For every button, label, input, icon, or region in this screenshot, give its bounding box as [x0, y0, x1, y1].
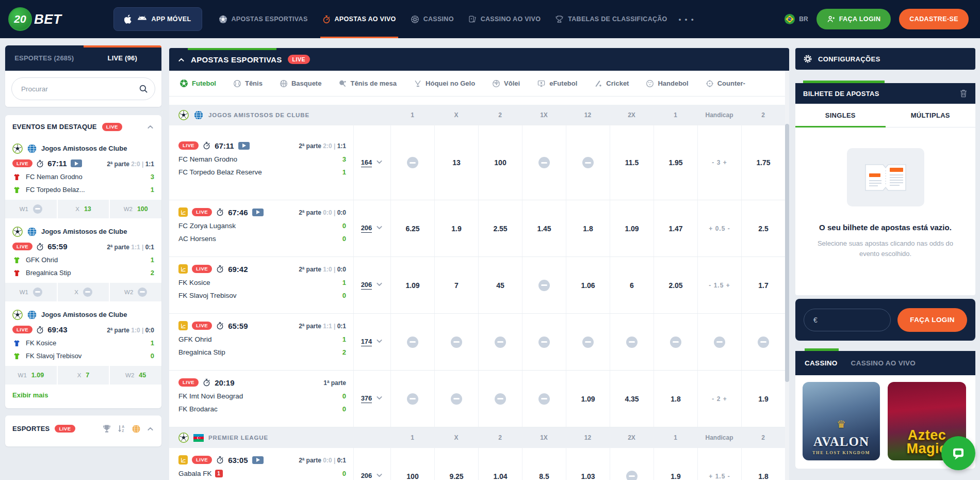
settings-button[interactable]: CONFIGURAÇÕES [795, 48, 975, 70]
tab-singles[interactable]: SINGLES [795, 104, 886, 127]
handicap-line[interactable]: + 0.5 - [709, 225, 730, 232]
nav-item-cassino[interactable]: CASSINO [403, 0, 461, 38]
tab-cassino-ao-vivo[interactable]: CASSINO AO VIVO [851, 359, 916, 367]
nav-item-apostas-esportivas[interactable]: APOSTAS ESPORTIVAS [211, 0, 315, 38]
register-button[interactable]: CADASTRE-SE [899, 9, 969, 29]
sport-tab-futebol[interactable]: Futebol [179, 79, 216, 88]
odds-cell-2[interactable]: 2.55 [478, 200, 522, 257]
odds-cell-handicap[interactable]: - 3 + [697, 125, 741, 200]
odds-cell-handicap[interactable]: - 2 + [697, 371, 741, 427]
odds-cell-1[interactable]: 1.95 [654, 125, 697, 200]
odds-cell-1[interactable]: 1.47 [654, 200, 697, 257]
odds-cell-2[interactable]: 1.8 [741, 448, 785, 480]
markets-count-dropdown[interactable]: 164 [353, 125, 390, 200]
live-chat-button[interactable] [941, 436, 975, 470]
show-more-link[interactable]: Exibir mais [5, 385, 161, 406]
handicap-line[interactable]: + 1.5 - [709, 473, 730, 480]
odds-cell-1[interactable]: 1.09 [390, 257, 434, 313]
stats-icon[interactable] [178, 207, 188, 217]
handicap-line[interactable]: - 3 + [712, 159, 727, 166]
trophy-icon[interactable] [102, 424, 111, 434]
nav-item-tabelas-de-classifica-o[interactable]: TABELAS DE CLASSIFICAÇÃO [548, 0, 674, 38]
markets-count-dropdown[interactable]: 376 [353, 371, 390, 427]
markets-count-dropdown[interactable]: 174 [353, 314, 390, 370]
nav-item-cassino-ao-vivo[interactable]: CASSINO AO VIVO [461, 0, 548, 38]
stats-icon[interactable] [178, 321, 188, 330]
odds-cell-2[interactable]: 45 [478, 257, 522, 313]
tab-cassino[interactable]: CASSINO [805, 359, 838, 367]
odds-cell-x[interactable]: 13 [434, 125, 478, 200]
tab-esportes[interactable]: ESPORTES (2685) [5, 45, 84, 71]
match-info[interactable]: LIVE65:592ª parte 1:1 | 0:1GFK Ohrid1Bre… [169, 314, 353, 370]
match-info[interactable]: LIVE63:052ª parte 0:0 | 0:1Gabala FK10Sa… [169, 448, 353, 480]
odds-cell-2[interactable]: 1.75 [741, 125, 785, 200]
odds-cell-x[interactable]: X13 [58, 200, 109, 218]
search-input[interactable] [11, 77, 155, 100]
odds-cell-1[interactable]: 100 [390, 448, 434, 480]
play-stream-icon[interactable] [71, 159, 82, 167]
odds-cell-x[interactable]: 1.9 [434, 200, 478, 257]
sport-tab-h-quei-no-gelo[interactable]: Hóquei no Gelo [414, 79, 475, 88]
scrollbar-thumb[interactable] [785, 124, 789, 382]
odds-cell-2x[interactable]: 4.35 [610, 371, 654, 427]
sport-tab-counter-[interactable]: Counter- [706, 79, 745, 88]
odds-cell-2[interactable]: 1.9 [741, 371, 785, 427]
odds-cell-12[interactable]: 1.06 [566, 257, 610, 313]
brand-logo[interactable]: 20 BET [8, 7, 62, 31]
play-stream-icon[interactable] [252, 456, 264, 464]
odds-cell-1x[interactable]: 1.45 [522, 200, 566, 257]
app-movel-button[interactable]: APP MÓVEL [113, 7, 202, 31]
betslip-login-button[interactable]: FAÇA LOGIN [897, 308, 967, 332]
match-info[interactable]: LIVE67:112ª parte 2:0 | 1:1FC Neman Grod… [169, 125, 353, 200]
odds-cell-2[interactable]: 100 [478, 125, 522, 200]
odds-cell-12[interactable]: 1.03 [566, 448, 610, 480]
odds-cell-2[interactable]: 1.7 [741, 257, 785, 313]
sort-az-icon[interactable]: AZ [117, 424, 126, 433]
odds-cell-w2[interactable]: W2100 [110, 200, 161, 218]
trash-icon[interactable] [959, 89, 968, 98]
markets-count-dropdown[interactable]: 206 [353, 448, 390, 480]
match-info[interactable]: LIVE67:462ª parte 0:0 | 0:0FC Zorya Luga… [169, 200, 353, 257]
odds-cell-x[interactable]: 9.25 [434, 448, 478, 480]
sport-tab-t-nis[interactable]: Tênis [233, 79, 263, 88]
odds-cell-2[interactable]: 2.5 [741, 200, 785, 257]
odds-cell-1x[interactable]: 8.5 [522, 448, 566, 480]
odds-cell-2x[interactable]: 6 [610, 257, 654, 313]
sport-tab-efutebol[interactable]: eFutebol [537, 79, 577, 88]
odds-cell-handicap[interactable]: - 1.5 + [697, 257, 741, 313]
sport-tab-cricket[interactable]: Cricket [594, 79, 629, 88]
handicap-line[interactable]: - 2 + [712, 395, 727, 403]
odds-cell-12[interactable]: 1.09 [566, 371, 610, 427]
chevron-up-icon[interactable] [146, 425, 154, 433]
match-info[interactable]: LIVE20:191ª parteFK Imt Novi Beograd0FK … [169, 371, 353, 427]
sport-tab-v-lei[interactable]: Vôlei [492, 79, 520, 88]
odds-cell-1[interactable]: 6.25 [390, 200, 434, 257]
odds-cell-handicap[interactable]: + 0.5 - [697, 200, 741, 257]
odds-cell-handicap[interactable]: + 1.5 - [697, 448, 741, 480]
sport-tab-handebol[interactable]: Handebol [646, 79, 688, 88]
nav-more-button[interactable]: • • • [675, 15, 699, 23]
odds-cell-x[interactable]: X7 [58, 366, 109, 385]
collapse-chevron-icon[interactable] [177, 56, 185, 63]
featured-event[interactable]: Jogos Amistosos de ClubeLIVE67:112ª part… [5, 138, 161, 218]
nav-item-apostas-ao-vivo[interactable]: APOSTAS AO VIVO [315, 0, 403, 38]
odds-cell-2x[interactable]: 11.5 [610, 125, 654, 200]
stats-icon[interactable] [178, 264, 188, 274]
markets-count-dropdown[interactable]: 206 [353, 200, 390, 257]
tab-live[interactable]: LIVE (96) [84, 45, 162, 71]
search-icon[interactable] [139, 84, 148, 93]
odds-cell-w1[interactable]: W11.09 [5, 366, 57, 385]
stats-icon[interactable] [178, 455, 188, 465]
odds-cell-1[interactable]: 1.8 [654, 371, 697, 427]
locale-selector[interactable]: BR [784, 13, 808, 25]
tab-multiplas[interactable]: MÚLTIPLAS [886, 104, 976, 127]
markets-count-dropdown[interactable]: 206 [353, 257, 390, 313]
featured-event[interactable]: Jogos Amistosos de ClubeLIVE65:592ª part… [5, 221, 161, 301]
odds-cell-x[interactable]: 7 [434, 257, 478, 313]
chevron-up-icon[interactable] [146, 123, 154, 131]
stake-input[interactable]: € [804, 309, 891, 331]
odds-cell-w2[interactable]: W245 [110, 366, 161, 385]
odds-cell-1[interactable]: 1.9 [654, 448, 697, 480]
sport-tab-basquete[interactable]: Basquete [280, 79, 322, 88]
sport-tab-t-nis-de-mesa[interactable]: Tênis de mesa [338, 79, 397, 88]
